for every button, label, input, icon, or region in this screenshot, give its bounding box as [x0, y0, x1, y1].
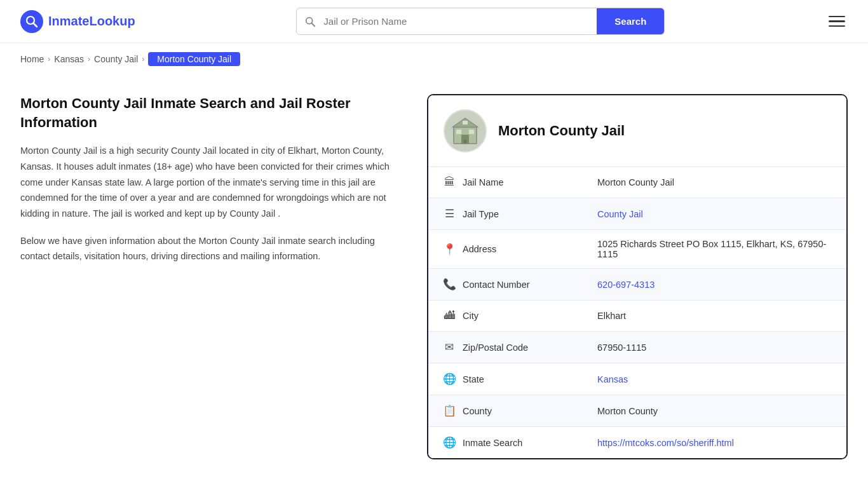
table-row: 🌐StateKansas — [428, 363, 846, 395]
field-value-cell[interactable]: https://mtcoks.com/so/sheriff.html — [583, 427, 846, 459]
table-row: 📋CountyMorton County — [428, 395, 846, 427]
jail-avatar — [444, 109, 487, 152]
search-bar: Search — [296, 8, 665, 35]
svg-rect-6 — [456, 130, 461, 134]
field-icon: 🏙 — [442, 309, 456, 322]
field-icon: 🏛 — [442, 176, 456, 189]
field-label-cell: 📍Address — [428, 230, 583, 269]
table-row: 📍Address1025 Richards Street PO Box 1115… — [428, 230, 846, 269]
jail-info-card: Morton County Jail 🏛Jail NameMorton Coun… — [427, 94, 848, 459]
breadcrumb: Home › Kansas › County Jail › Morton Cou… — [0, 43, 868, 75]
chevron-icon: › — [48, 55, 50, 64]
field-value-cell: Elkhart — [583, 301, 846, 332]
field-icon: 📞 — [442, 278, 456, 291]
main-content: Morton County Jail Inmate Search and Jai… — [0, 75, 868, 485]
field-icon: 📍 — [442, 243, 456, 256]
svg-line-1 — [34, 23, 37, 27]
search-button[interactable]: Search — [597, 8, 664, 34]
field-label: Jail Name — [463, 177, 503, 187]
field-label: State — [463, 374, 484, 384]
svg-rect-7 — [469, 130, 474, 134]
logo-icon — [20, 10, 43, 33]
field-label-cell: 📋County — [428, 395, 583, 427]
field-label-cell: 🌐Inmate Search — [428, 427, 583, 459]
field-label-cell: 📞Contact Number — [428, 269, 583, 301]
field-link[interactable]: https://mtcoks.com/so/sheriff.html — [597, 438, 734, 448]
field-value-cell[interactable]: 620-697-4313 — [583, 269, 846, 301]
field-link[interactable]: County Jail — [597, 209, 643, 219]
breadcrumb-home[interactable]: Home — [20, 54, 44, 64]
field-label: Contact Number — [463, 280, 530, 290]
menu-button[interactable] — [826, 13, 848, 30]
breadcrumb-state[interactable]: Kansas — [54, 54, 84, 64]
field-label-cell: 🌐State — [428, 363, 583, 395]
header: InmateLookup Search — [0, 0, 868, 43]
chevron-icon: › — [142, 55, 144, 64]
field-icon: 🌐 — [442, 372, 456, 386]
logo[interactable]: InmateLookup — [20, 10, 135, 33]
field-label: Jail Type — [463, 209, 499, 219]
field-label: City — [463, 311, 478, 321]
field-label-cell: 🏛Jail Name — [428, 167, 583, 198]
field-value-cell[interactable]: Kansas — [583, 363, 846, 395]
svg-line-3 — [312, 23, 315, 26]
field-icon: 📋 — [442, 404, 456, 417]
field-label: Address — [463, 244, 496, 254]
breadcrumb-current: Morton County Jail — [148, 52, 240, 66]
page-description-2: Below we have given information about th… — [20, 233, 397, 264]
logo-text: InmateLookup — [48, 14, 135, 29]
field-value-cell: 67950-1115 — [583, 332, 846, 363]
field-value-cell: Morton County Jail — [583, 167, 846, 198]
table-row: ✉Zip/Postal Code67950-1115 — [428, 332, 846, 363]
field-value-cell[interactable]: County Jail — [583, 198, 846, 230]
breadcrumb-type[interactable]: County Jail — [94, 54, 138, 64]
field-icon: ✉ — [442, 341, 456, 354]
table-row: 🏙CityElkhart — [428, 301, 846, 332]
field-link[interactable]: 620-697-4313 — [597, 280, 654, 290]
info-table: 🏛Jail NameMorton County Jail☰Jail TypeCo… — [428, 167, 846, 458]
field-label: Zip/Postal Code — [463, 342, 528, 353]
card-header: Morton County Jail — [428, 95, 846, 167]
search-input[interactable] — [323, 8, 597, 34]
svg-rect-10 — [464, 140, 466, 144]
field-icon: ☰ — [442, 207, 456, 220]
page-description-1: Morton County Jail is a high security Co… — [20, 143, 397, 221]
card-jail-name: Morton County Jail — [498, 123, 625, 139]
field-label: County — [463, 406, 492, 416]
field-value-cell: Morton County — [583, 395, 846, 427]
svg-rect-9 — [463, 121, 468, 125]
table-row: 🏛Jail NameMorton County Jail — [428, 167, 846, 198]
field-label-cell: ✉Zip/Postal Code — [428, 332, 583, 363]
field-label-cell: ☰Jail Type — [428, 198, 583, 230]
table-row: 🌐Inmate Searchhttps://mtcoks.com/so/sher… — [428, 427, 846, 459]
table-row: ☰Jail TypeCounty Jail — [428, 198, 846, 230]
page-title: Morton County Jail Inmate Search and Jai… — [20, 94, 397, 132]
left-column: Morton County Jail Inmate Search and Jai… — [20, 94, 427, 264]
chevron-icon: › — [88, 55, 90, 64]
field-icon: 🌐 — [442, 436, 456, 449]
field-label-cell: 🏙City — [428, 301, 583, 332]
table-row: 📞Contact Number620-697-4313 — [428, 269, 846, 301]
search-icon — [297, 16, 323, 27]
field-label: Inmate Search — [463, 438, 522, 448]
field-value-cell: 1025 Richards Street PO Box 1115, Elkhar… — [583, 230, 846, 269]
field-link[interactable]: Kansas — [597, 374, 628, 384]
